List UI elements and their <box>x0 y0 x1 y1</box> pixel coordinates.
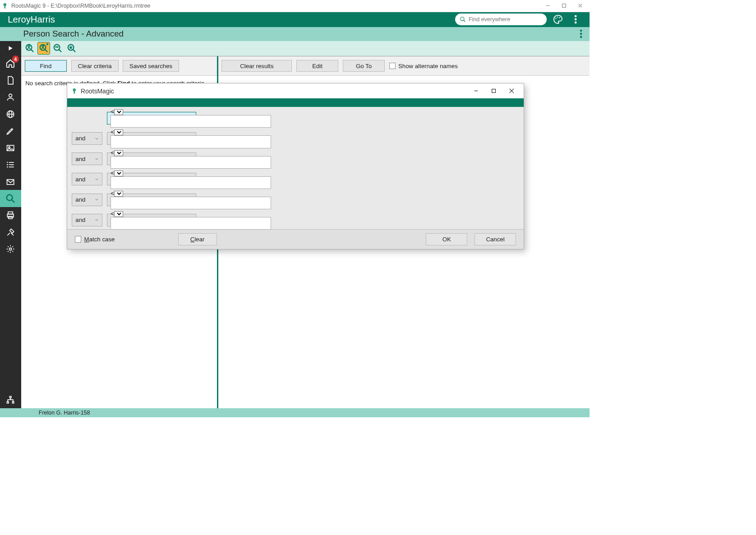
value-input[interactable] <box>111 176 271 189</box>
svg-point-48 <box>55 46 57 48</box>
svg-point-0 <box>4 3 6 6</box>
sidebar-list[interactable] <box>0 157 21 173</box>
and-select[interactable]: and <box>72 214 103 226</box>
sidebar-pen[interactable] <box>0 123 21 139</box>
field-select[interactable]: <> equals <box>107 173 196 185</box>
saved-searches-button[interactable]: Saved searches <box>123 60 179 72</box>
field-select[interactable]: <> equals <box>107 132 196 145</box>
criteria-row: and <> equals <box>71 194 520 206</box>
palette-icon[interactable] <box>552 13 564 26</box>
svg-point-9 <box>557 17 558 18</box>
svg-point-15 <box>580 33 582 35</box>
svg-point-12 <box>575 18 577 21</box>
search-everywhere[interactable] <box>455 14 547 26</box>
match-case-checkbox[interactable]: Match case <box>75 236 115 243</box>
ok-button[interactable]: OK <box>426 233 467 245</box>
dialog-minimize[interactable] <box>467 83 485 98</box>
dialog-title: RootsMagic <box>81 88 114 95</box>
value-input[interactable] <box>111 217 271 230</box>
dialog-maximize[interactable] <box>485 83 502 98</box>
value-input[interactable] <box>111 197 271 209</box>
header: LeroyHarris <box>0 12 590 27</box>
search-family-icon[interactable] <box>51 42 64 55</box>
chevron-down-icon <box>94 197 99 202</box>
window-minimize[interactable] <box>540 0 556 12</box>
and-select[interactable]: and <box>72 152 103 165</box>
sidebar-file[interactable] <box>0 72 21 88</box>
and-select[interactable]: and <box>72 194 103 206</box>
subheader: Person Search - Advanced <box>0 27 590 41</box>
dialog-footer: Match case Clear OK Cancel <box>67 229 524 249</box>
svg-rect-39 <box>13 402 14 403</box>
svg-line-53 <box>73 50 75 52</box>
svg-point-36 <box>9 248 12 250</box>
svg-point-23 <box>9 146 10 148</box>
dialog-close[interactable] <box>502 83 520 98</box>
clear-results-button[interactable]: Clear results <box>221 60 292 72</box>
cancel-button[interactable]: Cancel <box>475 233 516 245</box>
criteria-row: and <> equals <box>71 173 520 185</box>
search-criteria-dialog: RootsMagic <> equals and <> equals and <… <box>67 83 524 249</box>
field-select[interactable]: <> equals <box>107 214 196 226</box>
svg-line-50 <box>59 50 61 52</box>
svg-point-47 <box>54 45 60 51</box>
show-alt-names-checkbox[interactable]: Show alternate names <box>389 60 458 72</box>
subheader-menu-icon[interactable] <box>580 29 582 39</box>
and-select[interactable]: and <box>72 173 103 185</box>
criteria-row: and <> equals <box>71 132 520 145</box>
search-saved-icon[interactable] <box>65 42 78 55</box>
svg-point-14 <box>580 30 582 32</box>
svg-point-8 <box>555 18 556 19</box>
value-input[interactable] <box>111 156 271 169</box>
svg-rect-1 <box>5 6 6 9</box>
sidebar-play[interactable] <box>0 42 21 55</box>
sidebar-tree[interactable] <box>0 392 21 408</box>
svg-point-10 <box>559 17 560 18</box>
svg-point-6 <box>460 17 464 21</box>
sidebar-globe[interactable] <box>0 106 21 122</box>
search-simple-icon[interactable] <box>23 42 36 55</box>
svg-marker-52 <box>69 46 73 49</box>
search-advanced-icon[interactable]: + <box>37 42 50 55</box>
sidebar-home[interactable]: 4 <box>0 55 21 72</box>
svg-marker-17 <box>9 46 13 50</box>
svg-point-55 <box>73 88 76 91</box>
svg-rect-58 <box>492 89 496 93</box>
find-button[interactable]: Find <box>25 60 67 72</box>
statusbar: Frelon G. Harris-158 <box>0 408 590 417</box>
goto-button[interactable]: Go To <box>343 60 385 72</box>
sidebar-search[interactable] <box>0 190 21 207</box>
field-select[interactable]: <> equals <box>107 112 196 125</box>
sidebar-print[interactable] <box>0 207 21 224</box>
sidebar-mail[interactable] <box>0 173 21 190</box>
svg-point-29 <box>7 166 8 168</box>
value-input[interactable] <box>111 115 271 128</box>
window-maximize[interactable] <box>556 0 572 12</box>
sidebar-settings[interactable] <box>0 241 21 258</box>
sidebar-person[interactable] <box>0 89 21 106</box>
menu-dots-icon[interactable] <box>569 13 582 26</box>
svg-rect-56 <box>74 91 75 94</box>
and-select[interactable]: and <box>72 132 103 145</box>
sidebar-image[interactable] <box>0 139 21 156</box>
clear-criteria-button[interactable]: Clear criteria <box>71 60 119 72</box>
criteria-row: and <> equals <box>71 152 520 165</box>
value-input[interactable] <box>111 135 271 148</box>
clear-button[interactable]: Clear <box>178 233 217 245</box>
svg-point-41 <box>28 46 30 47</box>
svg-line-7 <box>463 20 465 22</box>
left-buttons: Find Clear criteria Saved searches <box>21 56 217 76</box>
window-close[interactable] <box>572 0 588 12</box>
dialog-titlebar: RootsMagic <box>67 83 524 98</box>
status-text: Frelon G. Harris-158 <box>39 410 90 416</box>
sidebar: 4 <box>0 41 21 408</box>
sidebar-tools[interactable] <box>0 224 21 240</box>
search-input[interactable] <box>469 16 543 23</box>
field-select[interactable]: <> equals <box>107 194 196 206</box>
svg-point-16 <box>580 36 582 38</box>
titlebar-text: RootsMagic 9 - E:\Dropbox\RMBook\LeroyHa… <box>11 3 150 9</box>
edit-button[interactable]: Edit <box>296 60 339 72</box>
criteria-row: <> equals <box>71 112 520 125</box>
svg-point-11 <box>575 15 577 18</box>
field-select[interactable]: <> equals <box>107 152 196 165</box>
